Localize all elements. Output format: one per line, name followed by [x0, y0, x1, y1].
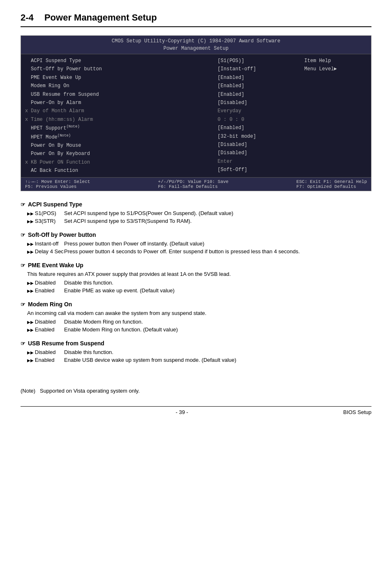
cmos-row-day: x Day of Month Alarm	[24, 107, 210, 115]
cmos-values-list: [S1(POS)] [Instant-off] [Enabled] [Enabl…	[214, 57, 301, 175]
footer-col3: ESC: Exit F1: General Help F7: Optimized…	[296, 179, 367, 189]
section-number: 2-4	[21, 12, 34, 23]
section-softoff-title: Soft-Off by Power button	[21, 231, 371, 238]
section-pme-body: This feature requires an ATX power suppl…	[27, 271, 371, 294]
note-label: (Note)	[21, 388, 35, 394]
footer-col1: ↑↓→←: Move Enter: Select F5: Previous Va…	[25, 179, 90, 189]
cmos-body: ACPI Suspend Type Soft-Off by Power butt…	[21, 54, 371, 177]
cmos-row-hpet-mode: HPET Mode(Note)	[24, 133, 210, 141]
note-section: (Note) Supported on Vista operating syst…	[21, 388, 371, 394]
modem-enabled-item: Enabled Enable Modem Ring on function. (…	[27, 326, 371, 333]
usb-disabled-item: Disabled Disable this function.	[27, 349, 371, 355]
cmos-settings-list: ACPI Suspend Type Soft-Off by Power butt…	[21, 57, 214, 175]
page-number: - 39 -	[21, 409, 343, 415]
cmos-header-line2: Power Management Setup	[21, 45, 371, 52]
cmos-row-time: x Time (hh:mm:ss) Alarm	[24, 116, 210, 124]
cmos-row-kb-power: x KB Power ON Function	[24, 158, 210, 167]
softoff-delay-item: Delay 4 Sec Press power button 4 seconds…	[27, 248, 371, 254]
section-acpi-suspend: ACPI Suspend Type S1(POS) Set ACPI suspe…	[21, 201, 371, 224]
section-pme-event: PME Event Wake Up This feature requires …	[21, 262, 371, 294]
cmos-row-ac-back: AC Back Function	[24, 167, 210, 175]
cmos-row-hpet-support: HPET Support(Note)	[24, 124, 210, 132]
section-usb-title: USB Resume from Suspend	[21, 340, 371, 347]
cmos-row-modem: Modem Ring On	[24, 82, 210, 90]
section-modem-title: Modem Ring On	[21, 301, 371, 308]
footer-right: BIOS Setup	[343, 409, 371, 415]
cmos-footer: ↑↓→←: Move Enter: Select F5: Previous Va…	[21, 177, 371, 191]
page-footer: - 39 - BIOS Setup	[21, 406, 371, 415]
pme-disabled-item: Disabled Disable this function.	[27, 280, 371, 286]
acpi-s3-item: S3(STR) Set ACPI suspend type to S3/STR(…	[27, 218, 371, 224]
acpi-s1-item: S1(POS) Set ACPI suspend type to S1/POS(…	[27, 210, 371, 216]
modem-disabled-item: Disabled Disable Modem Ring on function.	[27, 319, 371, 325]
cmos-header-line1: CMOS Setup Utility-Copyright (C) 1984-20…	[21, 37, 371, 45]
section-acpi-body: S1(POS) Set ACPI suspend type to S1/POS(…	[27, 210, 371, 224]
section-pme-title: PME Event Wake Up	[21, 262, 371, 268]
page-title: 2-4 Power Management Setup	[21, 12, 371, 27]
cmos-help-panel: Item Help Menu Level►	[301, 57, 371, 175]
cmos-row-acpi: ACPI Suspend Type	[24, 57, 210, 65]
cmos-row-usb: USB Resume from Suspend	[24, 90, 210, 99]
softoff-instant-item: Instant-off Press power button then Powe…	[27, 241, 371, 247]
cmos-header: CMOS Setup Utility-Copyright (C) 1984-20…	[21, 36, 371, 54]
section-usb-resume: USB Resume from Suspend Disabled Disable…	[21, 340, 371, 363]
section-title-text: Power Management Setup	[44, 12, 157, 23]
section-soft-off: Soft-Off by Power button Instant-off Pre…	[21, 231, 371, 254]
footer-col2: +/-/PU/PD: Value F10: Save F6: Fail-Safe…	[158, 179, 229, 189]
note-text: Supported on Vista operating system only…	[40, 388, 140, 394]
cmos-row-power-mouse: Power On By Mouse	[24, 141, 210, 150]
section-acpi-title: ACPI Suspend Type	[21, 201, 371, 208]
section-modem-body: An incoming call via modem can awake the…	[27, 310, 371, 333]
cmos-row-pme: PME Event Wake Up	[24, 74, 210, 82]
cmos-setup-box: CMOS Setup Utility-Copyright (C) 1984-20…	[21, 35, 371, 191]
pme-enabled-item: Enabled Enable PME as wake up event. (De…	[27, 287, 371, 294]
section-usb-body: Disabled Disable this function. Enabled …	[27, 349, 371, 363]
section-softoff-body: Instant-off Press power button then Powe…	[27, 241, 371, 254]
cmos-row-power-keyboard: Power On By Keyboard	[24, 150, 210, 158]
usb-enabled-item: Enabled Enable USB device wake up system…	[27, 357, 371, 363]
cmos-row-softoff: Soft-Off by Power button	[24, 65, 210, 73]
section-modem-ring: Modem Ring On An incoming call via modem…	[21, 301, 371, 333]
cmos-row-poweron-alarm: Power-On by Alarm	[24, 99, 210, 107]
